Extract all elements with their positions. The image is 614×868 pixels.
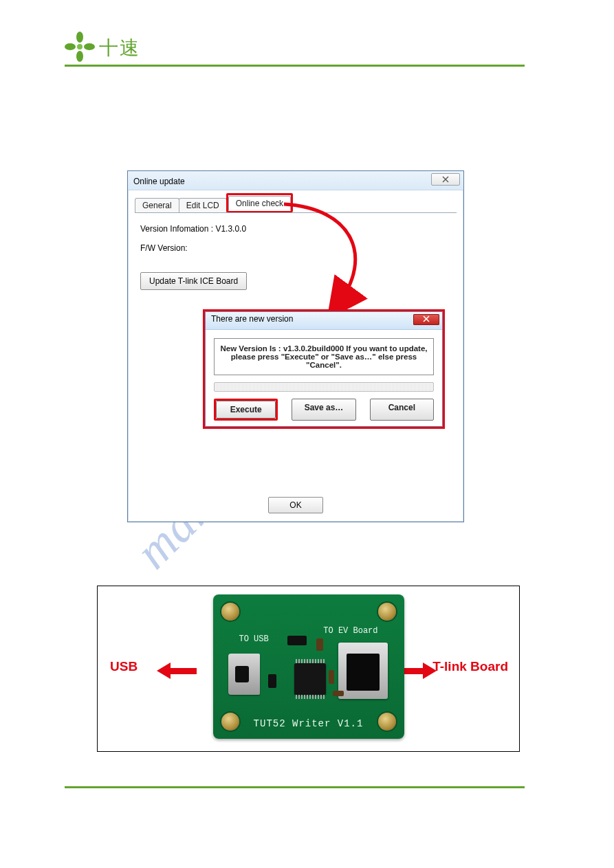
component-icon	[333, 691, 344, 696]
dialog-titlebar: There are new version	[206, 312, 442, 330]
pcb-board: TO USB TO EV Board TUT52 Writer V1.1	[213, 594, 404, 739]
footer-divider	[65, 786, 525, 788]
window-body: Version Infomation : V1.3.0.0 F/W Versio…	[128, 213, 463, 300]
close-icon	[441, 176, 450, 183]
close-icon	[422, 315, 430, 324]
silk-to-ev-board: TO EV Board	[323, 626, 377, 636]
svg-point-0	[76, 32, 83, 43]
fw-version-text: F/W Version:	[140, 243, 451, 253]
usb-mini-port-icon	[228, 654, 260, 695]
highlight-online-check: Online check	[226, 193, 293, 212]
dialog-close-button[interactable]	[413, 314, 439, 325]
pcb-label-tlink: T-link Board	[432, 659, 508, 674]
mounting-hole-icon	[221, 713, 239, 731]
tab-edit-lcd[interactable]: Edit LCD	[179, 198, 227, 212]
arrow-left-icon	[157, 664, 197, 678]
usb-a-port-icon	[338, 643, 388, 699]
progress-bar	[214, 382, 434, 392]
mounting-hole-icon	[378, 603, 396, 621]
ic-icon	[287, 636, 307, 645]
svg-point-3	[84, 43, 95, 50]
dialog-button-row: Execute Save as… Cancel	[214, 399, 434, 421]
window-titlebar: Online update	[128, 171, 463, 190]
highlight-new-version-dialog: There are new version New Version Is : v…	[203, 309, 445, 429]
dialog-title: There are new version	[211, 314, 293, 324]
version-info-text: Version Infomation : V1.3.0.0	[140, 224, 451, 234]
tab-general[interactable]: General	[135, 198, 179, 212]
mounting-hole-icon	[221, 603, 239, 621]
dialog-message: New Version Is : v1.3.0.2build000 If you…	[214, 338, 434, 375]
save-as-button[interactable]: Save as…	[292, 399, 355, 421]
component-icon	[329, 670, 334, 684]
mcu-chip-icon	[294, 663, 326, 695]
new-version-dialog: There are new version New Version Is : v…	[205, 311, 443, 427]
page-header: 十速	[65, 32, 525, 65]
component-icon	[316, 638, 323, 651]
brand-logo-icon	[65, 32, 95, 65]
mounting-hole-icon	[378, 713, 396, 731]
tab-bar: General Edit LCD Online check	[135, 197, 457, 212]
header-divider	[65, 65, 525, 67]
highlight-execute-button: Execute	[214, 399, 278, 421]
silk-to-usb: TO USB	[239, 634, 269, 644]
brand-text: 十速	[95, 35, 140, 61]
cancel-button[interactable]: Cancel	[370, 399, 434, 421]
update-tlink-button[interactable]: Update T-link ICE Board	[140, 272, 247, 290]
window-close-button[interactable]	[431, 173, 460, 186]
svg-point-4	[77, 44, 83, 49]
svg-point-1	[76, 51, 83, 62]
tab-online-check[interactable]: Online check	[228, 196, 291, 211]
ok-button[interactable]: OK	[268, 497, 322, 513]
execute-button[interactable]: Execute	[216, 401, 276, 419]
pcb-label-usb: USB	[110, 659, 138, 674]
window-title: Online update	[133, 177, 185, 186]
silk-model: TUT52 Writer V1.1	[254, 718, 364, 729]
ic-icon	[268, 674, 276, 688]
svg-point-2	[65, 43, 76, 50]
pcb-figure-frame: USB T-link Board TO USB TO EV Board TUT5…	[97, 586, 520, 752]
